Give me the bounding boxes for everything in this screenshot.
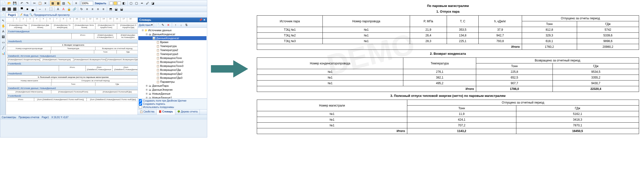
same-size-icon[interactable]: ⛶ [48, 7, 53, 12]
hand-icon[interactable]: ✋ [1, 24, 6, 28]
tree-node[interactable]: 📋ВозвращеноТонн3 [138, 64, 206, 68]
valign-b-icon[interactable]: ⬓ [119, 7, 124, 12]
cell[interactable]: {НовыеДанные1.ВозвращеноТонн} [73, 58, 106, 61]
align-top-icon[interactable]: ▀ [19, 7, 24, 12]
grid-icon[interactable]: ▦ [50, 1, 55, 6]
opt-dblclick[interactable] [139, 99, 142, 102]
valign-m-icon[interactable]: ⬓ [114, 7, 118, 12]
actions-dropdown[interactable]: Действия [139, 24, 151, 26]
footer-band-1b[interactable]: FooterBand1 Итого {Sum {DataBand1,НовыеД… [7, 62, 138, 71]
ruler-icon[interactable]: 📏 [66, 1, 72, 6]
tab-dict[interactable]: 📕 Словарь [157, 110, 175, 115]
dict-tree[interactable]: ⊟📁Источники данных⊟🗂ДанныеКонденсат⊟📊Дан… [138, 28, 207, 98]
tree-node[interactable]: ⊞🗂ДанныеЭнергия [138, 88, 206, 92]
align-center-icon[interactable]: ⬛ [7, 7, 12, 12]
tree-node[interactable]: 📋Температура2 [138, 48, 206, 52]
cell[interactable]: {НовыеДанные.Дав ление} [29, 24, 51, 29]
image-tool-icon[interactable]: 🖼 [1, 34, 6, 40]
tree-node[interactable]: 📋Температура3 [138, 52, 206, 56]
lines-icon[interactable]: ≡ [74, 1, 78, 6]
tree-toggle-icon[interactable]: ⊟ [149, 37, 152, 40]
tree-node[interactable]: 📋ВозвращеноГДж3 [138, 76, 206, 80]
bg-color-3[interactable] [118, 2, 121, 5]
text-right-icon[interactable]: ≡ [96, 7, 100, 12]
tab-code[interactable]: Код [24, 14, 28, 16]
align-mid-icon[interactable]: ■ [25, 7, 30, 12]
bg-color-1[interactable] [110, 2, 113, 5]
zoom-input[interactable] [81, 1, 93, 6]
tree-node[interactable]: ⊞🗂ДанныеПара [138, 84, 206, 88]
border-all-icon[interactable]: ▢ [129, 1, 134, 6]
tree-toggle-icon[interactable]: ⊟ [145, 33, 148, 36]
delete-ds-icon[interactable]: ✕ [166, 22, 171, 28]
align-bot-icon[interactable]: ▄ [30, 7, 35, 12]
panel-close-icon[interactable]: 📌 ✕ [199, 18, 206, 22]
header-band-1[interactable]: HeaderBand1 2. Возврат конденсата Номер … [7, 40, 138, 54]
border-none-icon[interactable]: ▢ [134, 1, 139, 6]
opt-alias[interactable] [139, 106, 142, 109]
tab-page1[interactable]: Page1 [6, 13, 18, 17]
new-ds-icon[interactable]: 📄 [155, 22, 160, 28]
tree-toggle-icon[interactable]: ⊟ [141, 29, 144, 32]
tree-toggle-icon[interactable]: ⊞ [145, 84, 148, 87]
cell[interactable]: {НовыеДанные1.Конденсатопровод} [7, 58, 40, 61]
align-right-icon[interactable]: ⬛ [12, 7, 17, 12]
conditions-icon[interactable]: ◧ [122, 1, 126, 6]
grid-align-icon[interactable]: ▦ [56, 1, 60, 6]
cell[interactable]: {НовыеДанные2.ПолезныйТонн} [51, 90, 96, 94]
tab-tree[interactable]: 🌳 Дерево отчета [175, 110, 200, 115]
up-icon[interactable]: ↑ [173, 22, 178, 28]
save-icon[interactable]: 💾 [12, 1, 17, 6]
link-icon[interactable]: 🔗 [72, 7, 77, 12]
angle-icon[interactable]: ↻ [79, 7, 84, 12]
cell[interactable]: {НовыеДанные2.Магистраль} [7, 90, 51, 94]
cell[interactable]: {НовыеДанные1.ВозвращеноГДж} [106, 58, 138, 61]
tree-node[interactable]: ⊟📁Источники данных [138, 28, 206, 32]
shape-tool-icon[interactable]: ▭ [1, 40, 6, 45]
open-icon[interactable]: 📂 [7, 1, 12, 6]
tree-node[interactable]: 📋ВозвращеноГДж [138, 68, 206, 72]
report-canvas[interactable]: {НовыеДанные.Пар опровод}{НовыеДанные.Да… [6, 22, 138, 115]
tree-toggle-icon[interactable]: ⊞ [145, 92, 148, 95]
text-center-icon[interactable]: ≡ [90, 7, 95, 12]
shadow-icon[interactable]: ◪ [150, 1, 156, 6]
same-width-icon[interactable]: ↔ [38, 7, 42, 12]
redo-icon[interactable]: ↷ [25, 1, 30, 6]
cut-icon[interactable]: ✂ [32, 1, 37, 6]
tree-toggle-icon[interactable]: ⊞ [145, 96, 148, 98]
canvas-area[interactable]: {НовыеДанные.Пар опровод}{НовыеДанные.Да… [6, 22, 138, 115]
border-style-icon[interactable]: ━ [140, 1, 144, 6]
cell[interactable]: {НовыеДанные.Пар опровод} [7, 24, 29, 29]
new-icon[interactable]: 📄 [1, 1, 6, 6]
font-bold-icon[interactable]: A [56, 7, 60, 12]
same-height-icon[interactable]: ↕ [43, 7, 48, 12]
lock-icon[interactable]: 🔒 [66, 7, 72, 12]
delete-icon[interactable]: ✕ [43, 1, 48, 6]
cell[interactable]: {НовыеДанные.О тпущеноГДж} [117, 24, 138, 29]
align-left-icon[interactable]: ⬛ [1, 7, 6, 12]
cell[interactable]: {НовыеДанные1.Температура} [40, 58, 73, 61]
tab-props[interactable]: 📋 Свойства [138, 110, 157, 115]
cell[interactable]: {НовыеДанные.Энта льпия} [73, 24, 96, 29]
down-icon[interactable]: ↓ [178, 22, 184, 28]
data-band-2[interactable]: DataBand2; Источник данных: НовыеДанные2… [7, 86, 138, 94]
cursor-icon[interactable]: ↖ [1, 18, 6, 23]
tree-node[interactable]: 📋ВозвращеноТонн [138, 56, 206, 60]
tree-node[interactable]: ⊟🗂ДанныеКонденсат [138, 32, 206, 36]
data-band-row[interactable]: {НовыеДанные.Пар опровод}{НовыеДанные.Да… [7, 23, 138, 29]
font-color-icon[interactable]: A [61, 7, 66, 12]
data-band-1[interactable]: DataBand1; Источник данных: НовыеДанные1… [7, 54, 138, 62]
tree-node[interactable]: ⊟📊ДанныеКонденсат [138, 36, 206, 40]
footer-band-2[interactable]: FooterBand2 Итого {Sum {DataBand2,НовыеД… [7, 94, 138, 101]
text-left-icon[interactable]: ≡ [84, 7, 90, 12]
tree-node[interactable]: ⊞🗂НовыеДанные1 [138, 96, 206, 98]
footer-band-1[interactable]: FooterНовыеДанные Итого {DataНовыеДанн е… [7, 30, 138, 39]
close-button[interactable]: Закрыть [95, 2, 106, 5]
tree-toggle-icon[interactable]: ⊞ [145, 88, 148, 91]
text-just-icon[interactable]: ≡ [101, 7, 106, 12]
border-color-icon[interactable]: 🖊 [145, 1, 150, 6]
text-tool-icon[interactable]: A [1, 29, 6, 34]
tree-node[interactable]: 📋ВозвращеноТонн2 [138, 60, 206, 64]
valign-t-icon[interactable]: ⬒ [108, 7, 113, 12]
check-label[interactable]: Проверка отчетов [18, 116, 39, 119]
